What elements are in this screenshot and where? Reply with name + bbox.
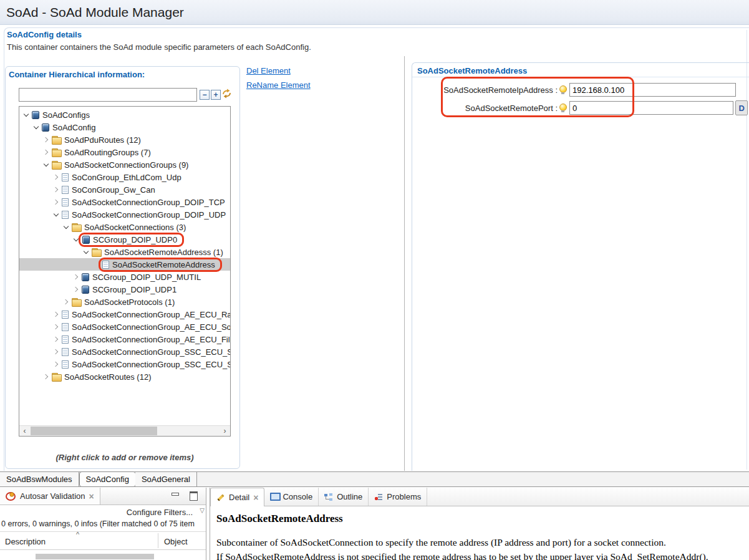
delete-element-link[interactable]: Del Element bbox=[246, 66, 291, 75]
tree-item[interactable]: SoAdSocketRoutes (12) bbox=[19, 370, 230, 383]
view-tab-label: Detail bbox=[229, 493, 249, 502]
tree-item[interactable]: SoAdSocketConnections (3) bbox=[19, 221, 230, 233]
tree-item[interactable]: SCGroup_DOIP_UDP1 bbox=[19, 283, 230, 296]
configure-filters-button[interactable]: Configure Filters... bbox=[127, 508, 193, 517]
chevron-right-icon[interactable] bbox=[52, 173, 60, 181]
tree-item[interactable]: SCGroup_DOIP_UDP_MUTIL bbox=[19, 271, 230, 283]
tree-item[interactable]: SoAdSocketConnectionGroups (9) bbox=[19, 158, 230, 171]
column-object[interactable]: Object bbox=[164, 537, 188, 546]
doc-icon bbox=[62, 311, 69, 319]
sort-indicator-icon: ^ bbox=[76, 531, 79, 538]
tree-horizontal-scrollbar[interactable]: ‹ › bbox=[19, 425, 230, 436]
tree-item[interactable]: SoAdSocketRemoteAddresss (1) bbox=[19, 246, 230, 258]
tree-item-content: SoAdSocketRoutes (12) bbox=[51, 372, 151, 382]
chevron-right-icon[interactable] bbox=[42, 136, 50, 144]
view-tab-outline[interactable]: Outline bbox=[319, 488, 369, 506]
chevron-down-icon[interactable] bbox=[22, 111, 30, 119]
tree-item[interactable]: SoAdSocketRemoteAddress bbox=[19, 258, 230, 271]
ip-address-label: SoAdSocketRemoteIpAddress : bbox=[412, 85, 558, 95]
chevron-right-icon[interactable] bbox=[72, 273, 80, 281]
close-icon[interactable]: × bbox=[253, 493, 258, 502]
validation-summary: 0 errors, 0 warnings, 0 infos (Filter ma… bbox=[1, 519, 206, 528]
tree-hint-text: (Right click to add or remove items) bbox=[19, 453, 231, 462]
pencil-icon bbox=[216, 493, 225, 502]
chevron-right-icon[interactable] bbox=[42, 373, 50, 381]
tree-item[interactable]: SoAdSocketConnectionGroup_DOIP_UDP bbox=[19, 208, 230, 221]
chevron-down-icon[interactable] bbox=[62, 223, 70, 231]
panel-divider bbox=[404, 56, 405, 471]
tree-item[interactable]: SoAdSocketConnectionGroup_AE_ECU_Rad bbox=[19, 308, 230, 321]
chevron-right-icon[interactable] bbox=[62, 298, 70, 306]
doc-icon bbox=[62, 336, 69, 344]
tree-search-input[interactable] bbox=[19, 88, 197, 102]
chevron-right-icon[interactable] bbox=[52, 360, 60, 369]
tree-item[interactable]: SoConGroup_EthLdCom_Udp bbox=[19, 171, 230, 183]
outline-icon bbox=[324, 493, 333, 501]
chevron-right-icon[interactable] bbox=[52, 323, 60, 331]
lightbulb-icon bbox=[559, 85, 566, 94]
chevron-right-icon[interactable] bbox=[52, 348, 60, 356]
tree-item-label: SoConGroup_Gw_Can bbox=[72, 185, 155, 195]
scroll-left-icon[interactable]: ‹ bbox=[19, 426, 30, 436]
tree-item-label: SoAdSocketProtocols (1) bbox=[84, 297, 175, 307]
chevron-right-icon[interactable] bbox=[52, 186, 60, 194]
chevron-right-icon[interactable] bbox=[72, 286, 80, 294]
chevron-down-icon[interactable] bbox=[52, 211, 60, 219]
chevron-right-icon[interactable] bbox=[52, 311, 60, 319]
minimize-button[interactable] bbox=[172, 493, 179, 496]
detail-body-line: Subcontainer of SoAdSocketConnection to … bbox=[216, 535, 749, 549]
validation-scrollbar-thumb[interactable] bbox=[36, 554, 154, 559]
refresh-icon[interactable] bbox=[221, 89, 232, 99]
chevron-right-icon[interactable] bbox=[52, 336, 60, 344]
tree-item[interactable]: SoAdSocketProtocols (1) bbox=[19, 296, 230, 308]
column-divider[interactable] bbox=[158, 533, 158, 548]
rename-element-link[interactable]: ReName Element bbox=[246, 80, 311, 90]
editor-tab-soadgeneral[interactable]: SoAdGeneral bbox=[135, 472, 197, 486]
maximize-button[interactable] bbox=[190, 491, 198, 501]
scrollbar-thumb[interactable] bbox=[31, 427, 157, 435]
remote-address-group: SoAdSocketRemoteAddress SoAdSocketRemote… bbox=[412, 62, 749, 471]
editor-tab-soadbswmodules[interactable]: SoAdBswModules bbox=[0, 472, 79, 486]
detail-body: Subcontainer of SoAdSocketConnection to … bbox=[210, 535, 749, 560]
tree-item[interactable]: SoAdConfigs bbox=[19, 109, 230, 121]
tree-item[interactable]: SoAdConfig bbox=[19, 121, 230, 133]
tree-item[interactable]: SCGroup_DOIP_UDP0 bbox=[19, 233, 230, 246]
folder-icon bbox=[72, 223, 81, 231]
view-tab-problems[interactable]: Problems bbox=[369, 488, 427, 506]
detail-tab-bar: Detail×ConsoleOutlineProblems bbox=[210, 488, 749, 506]
chevron-down-icon[interactable] bbox=[82, 248, 90, 256]
tree-item[interactable]: SoAdPduRoutes (12) bbox=[19, 133, 230, 146]
tree-item[interactable]: SoAdSocketConnectionGroup_SSC_ECU_Sd bbox=[19, 358, 230, 370]
editor-title-bar: SoAd - SoAd Module Manager bbox=[0, 0, 749, 25]
scroll-right-icon[interactable]: › bbox=[220, 426, 230, 436]
port-input[interactable] bbox=[569, 101, 733, 115]
ip-address-input[interactable] bbox=[569, 83, 736, 97]
tree-item-content: SoConGroup_EthLdCom_Udp bbox=[61, 173, 181, 182]
tab-autosar-validation[interactable]: Autosar Validation × bbox=[0, 488, 100, 504]
tree-item[interactable]: SoAdSocketConnectionGroup_AE_ECU_Son bbox=[19, 321, 230, 333]
tree-item[interactable]: SoAdSocketConnectionGroup_DOIP_TCP bbox=[19, 196, 230, 208]
folder-icon bbox=[52, 373, 61, 381]
view-menu-icon[interactable]: ▽ bbox=[200, 507, 205, 514]
port-label: SoAdSocketRemotePort : bbox=[412, 104, 558, 113]
tree-item[interactable]: SoAdSocketConnectionGroup_AE_ECU_FileU bbox=[19, 333, 230, 345]
view-tab-detail[interactable]: Detail× bbox=[210, 488, 264, 506]
editor-tab-soadconfig[interactable]: SoAdConfig bbox=[79, 471, 136, 487]
doc-icon bbox=[102, 261, 109, 269]
collapse-all-button[interactable]: − bbox=[200, 90, 210, 100]
panel-sash[interactable] bbox=[206, 488, 206, 560]
default-value-button[interactable]: D bbox=[735, 100, 748, 115]
chevron-right-icon[interactable] bbox=[52, 198, 60, 206]
section-description: This container containers the SoAd modul… bbox=[7, 42, 311, 52]
chevron-down-icon[interactable] bbox=[42, 161, 50, 169]
close-icon[interactable]: × bbox=[89, 492, 94, 501]
tree-item[interactable]: SoConGroup_Gw_Can bbox=[19, 183, 230, 196]
chevron-down-icon[interactable] bbox=[32, 123, 40, 132]
folder-icon bbox=[52, 136, 61, 144]
tree-item[interactable]: SoAdSocketConnectionGroup_SSC_ECU_Sd bbox=[19, 345, 230, 358]
expand-all-button[interactable]: + bbox=[211, 90, 221, 100]
view-tab-console[interactable]: Console bbox=[264, 488, 319, 506]
tree-item[interactable]: SoAdRoutingGroups (7) bbox=[19, 146, 230, 158]
column-description[interactable]: Description bbox=[5, 537, 46, 546]
chevron-right-icon[interactable] bbox=[42, 148, 50, 157]
